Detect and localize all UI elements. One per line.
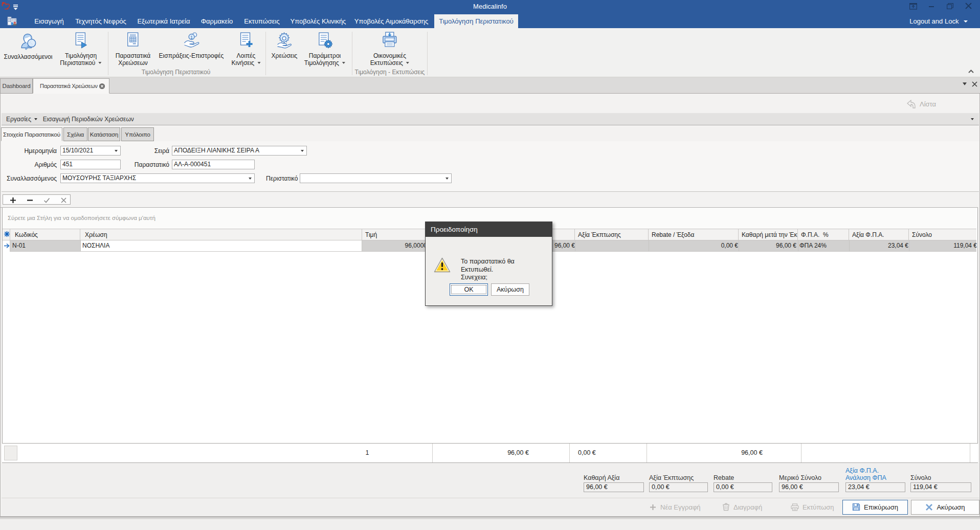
svg-text:1: 1 — [190, 35, 193, 40]
